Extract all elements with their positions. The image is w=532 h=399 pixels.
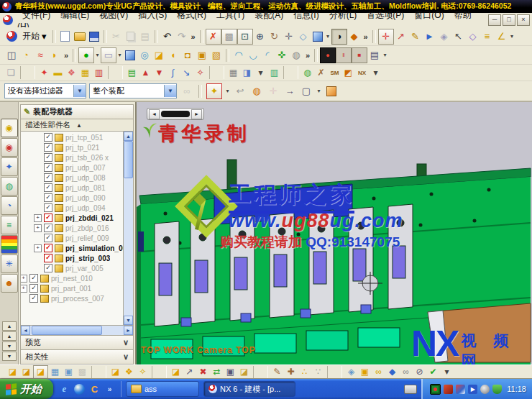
- tree-item[interactable]: + ✓ prj_simulation_00: [21, 243, 124, 253]
- pan-button[interactable]: ✛: [282, 29, 296, 44]
- lifter-button[interactable]: ✧: [193, 66, 207, 79]
- tree-item[interactable]: + ✓ prj_udp_081: [21, 183, 124, 193]
- measure-distance-button[interactable]: ≡: [480, 29, 495, 44]
- menu-item[interactable]: 窗口(O): [409, 9, 449, 22]
- select-arrow-button[interactable]: ↖: [451, 29, 466, 44]
- arrangements-button[interactable]: ∵: [311, 366, 325, 378]
- wave-plus-button[interactable]: ✚: [284, 366, 298, 378]
- recorder-scrub-bar[interactable]: ◄ ►: [147, 108, 204, 120]
- view-dropdown[interactable]: ▾: [325, 29, 331, 44]
- render-style-button[interactable]: ◑: [331, 29, 347, 45]
- chevron-down-icon[interactable]: ∨: [123, 338, 129, 347]
- tree-item[interactable]: + ✓ prj_nest_010: [21, 273, 124, 283]
- toolbar1-overflow[interactable]: »: [189, 29, 198, 44]
- recorder-tray-icon[interactable]: [430, 384, 441, 395]
- slide-button[interactable]: ↘: [180, 66, 193, 79]
- datum-axis-button[interactable]: ↗: [394, 29, 408, 44]
- clip-button[interactable]: ▤: [367, 48, 382, 63]
- selection-filter-select[interactable]: 没有选择过滤器 ▼: [4, 83, 86, 98]
- part-navigator-tab[interactable]: ✦: [1, 157, 18, 176]
- resource-scroll-top-button[interactable]: ▲: [2, 321, 17, 331]
- checkbox-icon[interactable]: ✓: [44, 244, 52, 252]
- start-button[interactable]: 开始: [0, 379, 53, 399]
- copy-button[interactable]: [124, 29, 138, 44]
- sketch-dropdown[interactable]: ▾: [94, 48, 101, 63]
- isometric-view-button[interactable]: [311, 29, 325, 44]
- nx-tool-button[interactable]: NX: [355, 66, 369, 79]
- insert-button[interactable]: ▲: [139, 66, 152, 79]
- history-tab[interactable]: ◔: [1, 196, 18, 215]
- view-manager-button[interactable]: ▥: [267, 66, 281, 79]
- display-mode-button[interactable]: ▩: [221, 29, 237, 45]
- measure-dropdown[interactable]: ▾: [509, 29, 515, 44]
- sketch-button[interactable]: ✎: [408, 29, 423, 44]
- clearance-button[interactable]: ⊘: [413, 366, 426, 378]
- taskbar-window-nx[interactable]: NX 6 - 建模 - [p...: [203, 381, 295, 397]
- menu-item[interactable]: 编辑(E): [55, 9, 94, 22]
- toolbar1-overflow-2[interactable]: »: [362, 29, 370, 44]
- tree-item[interactable]: + ✓ prj_tsb_026 x: [21, 152, 124, 162]
- pad-button[interactable]: ▣: [195, 48, 209, 63]
- expand-icon[interactable]: +: [20, 275, 27, 283]
- paint-tool-button[interactable]: ◩: [341, 66, 355, 79]
- mold-base-button[interactable]: ▥: [92, 66, 106, 79]
- find-component-button[interactable]: ◪: [6, 366, 19, 378]
- information-tab[interactable]: ≡: [1, 216, 18, 234]
- tree-item[interactable]: + ✓ prj_part_001: [21, 283, 124, 293]
- constraint-navigator-tab[interactable]: ◉: [1, 138, 18, 157]
- dropdown-arrow-icon[interactable]: ▼: [164, 85, 176, 97]
- assembly-dropdown[interactable]: ▾: [440, 366, 454, 378]
- open-button[interactable]: [73, 29, 87, 44]
- through-curves-button[interactable]: ◠: [231, 48, 246, 63]
- scroll-up-icon[interactable]: ▲: [124, 132, 133, 141]
- cut-button[interactable]: ✂: [109, 29, 124, 44]
- menu-item[interactable]: 分析(L): [324, 9, 362, 22]
- tree-item[interactable]: + ✓ prj_strip_003: [21, 253, 124, 263]
- tree-item[interactable]: + ✓ prj_relief_009: [21, 233, 124, 243]
- scroll-right-icon[interactable]: ►: [124, 326, 133, 335]
- chevron-down-icon[interactable]: ∨: [123, 352, 129, 362]
- record-button[interactable]: ●: [320, 47, 336, 63]
- ati-tray-icon[interactable]: [444, 385, 453, 394]
- frame-dropdown[interactable]: ▾: [254, 66, 267, 79]
- keyboard-icon[interactable]: [404, 385, 417, 394]
- perspective-button[interactable]: ◇: [296, 29, 311, 44]
- open-component-button[interactable]: ◪: [19, 366, 33, 378]
- scroll-left-icon[interactable]: ◄: [21, 326, 30, 335]
- navigator-column-header[interactable]: 描述性部件名 ▲: [20, 119, 134, 132]
- reset-orientation-button[interactable]: ↩: [233, 84, 247, 98]
- mirror-assembly-button[interactable]: ⇄: [210, 366, 224, 378]
- edit-suppression-button[interactable]: ◪: [237, 366, 251, 378]
- menu-item[interactable]: 首选项(P): [362, 9, 409, 22]
- checkbox-icon[interactable]: ✓: [44, 193, 52, 202]
- scroll-down-icon[interactable]: ▼: [124, 316, 133, 325]
- mold-project-button[interactable]: ✦: [37, 66, 51, 79]
- minimize-button[interactable]: ─: [488, 14, 501, 26]
- datum-plane-button[interactable]: ▭: [101, 47, 116, 63]
- plane-button[interactable]: ◈: [437, 29, 451, 44]
- resource-scroll-bottom-button[interactable]: ▼: [2, 352, 17, 361]
- boss-button[interactable]: ◖: [166, 48, 180, 63]
- expand-icon[interactable]: +: [20, 285, 27, 293]
- system-tab[interactable]: ✳: [1, 254, 18, 273]
- checkbox-icon[interactable]: ✓: [44, 224, 52, 232]
- tree-item[interactable]: + ✓ prj_var_005: [21, 263, 124, 273]
- swept-button[interactable]: ◜: [260, 48, 275, 63]
- move-handles-button[interactable]: ✛: [266, 84, 280, 98]
- component-preview-button[interactable]: ▣: [62, 366, 75, 378]
- checkbox-icon[interactable]: ✓: [44, 163, 52, 172]
- checkbox-icon[interactable]: ✓: [44, 203, 52, 212]
- menu-item[interactable]: 格式(R): [172, 9, 211, 22]
- emboss-button[interactable]: ▧: [209, 48, 224, 63]
- sketch-in-task-button[interactable]: ●: [78, 47, 94, 63]
- rect-select-button[interactable]: ▢: [299, 84, 313, 98]
- ejector-button[interactable]: ▤: [125, 66, 139, 79]
- new-component-button[interactable]: ❖: [122, 366, 136, 378]
- resource-scroll-down-button[interactable]: ▼: [2, 341, 17, 351]
- zoom-button[interactable]: ⊕: [253, 29, 267, 44]
- interpart-link-button[interactable]: ∞: [372, 366, 385, 378]
- checkbox-icon[interactable]: ✓: [44, 214, 52, 222]
- checkbox-icon[interactable]: ✓: [44, 254, 52, 262]
- toolbar2-overflow-2[interactable]: »: [303, 48, 312, 63]
- checkbox-icon[interactable]: ✓: [44, 234, 52, 242]
